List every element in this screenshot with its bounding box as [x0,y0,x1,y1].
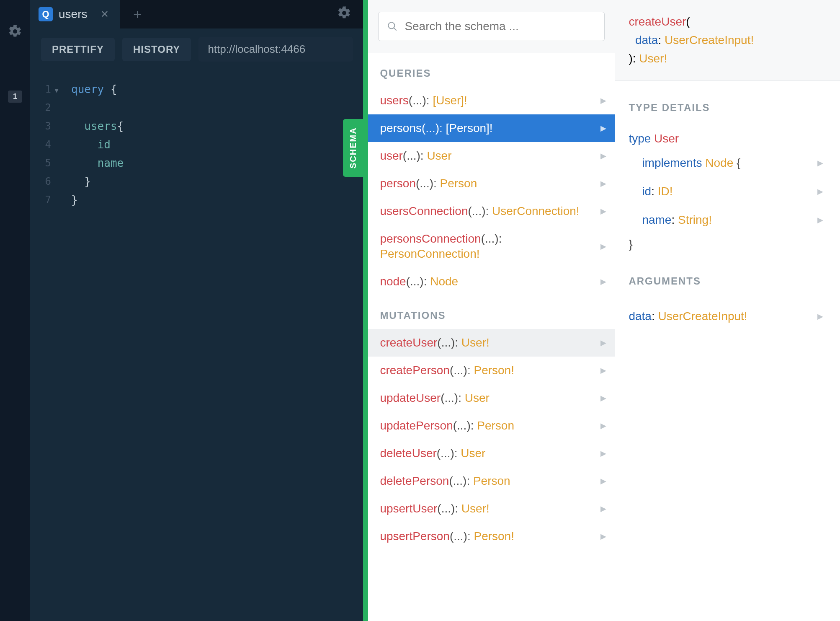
chevron-right-icon: ▶ [600,418,606,433]
query-row-persons[interactable]: persons(...): [Person]!▶ [368,114,615,142]
new-tab-button[interactable]: ＋ [122,0,152,28]
implements-row[interactable]: implements Node { ▶ [629,149,827,177]
mutation-row-updateperson[interactable]: updatePerson(...): Person▶ [368,412,615,440]
mutation-row-deleteuser[interactable]: deleteUser(...): User▶ [368,440,615,467]
tab-title: users [59,8,87,21]
chevron-right-icon: ▶ [817,153,823,173]
schema-toggle-tab[interactable]: SCHEMA [343,119,363,177]
svg-point-0 [389,22,395,28]
mutation-row-upsertuser[interactable]: upsertUser(...): User!▶ [368,495,615,523]
query-badge-icon: Q [39,7,53,21]
schema-divider: SCHEMA [363,0,368,621]
search-icon [387,21,398,32]
svg-line-1 [394,28,397,31]
query-row-person[interactable]: person(...): Person▶ [368,170,615,197]
workspace-badge[interactable]: 1 [8,91,22,103]
chevron-right-icon: ▶ [600,446,606,461]
mutation-row-createuser[interactable]: createUser(...): User!▶ [368,329,615,357]
chevron-right-icon: ▶ [600,363,606,378]
details-body: TYPE DETAILS type User implements Node {… [615,81,840,343]
mutation-row-createperson[interactable]: createPerson(...): Person!▶ [368,357,615,384]
mutation-row-upsertperson[interactable]: upsertPerson(...): Person!▶ [368,523,615,550]
chevron-right-icon: ▶ [600,391,606,406]
toolbar: PRETTIFY HISTORY [30,28,363,66]
chevron-right-icon: ▶ [600,121,606,136]
chevron-right-icon: ▶ [600,148,606,163]
endpoint-input[interactable] [198,37,353,62]
chevron-right-icon: ▶ [600,93,606,108]
chevron-right-icon: ▶ [817,181,823,202]
query-row-node[interactable]: node(...): Node▶ [368,268,615,295]
schema-search-input[interactable] [405,20,596,33]
query-row-user[interactable]: user(...): User▶ [368,142,615,170]
plus-icon: ＋ [131,5,144,23]
close-brace: } [629,234,827,254]
chevron-right-icon: ▶ [600,204,606,219]
fold-arrow-icon[interactable]: ▼ [54,81,59,100]
mutation-row-deleteperson[interactable]: deletePerson(...): Person▶ [368,467,615,495]
mutations-heading: MUTATIONS [368,295,615,329]
chevron-right-icon: ▶ [600,335,606,350]
prettify-button[interactable]: PRETTIFY [41,38,115,61]
history-button[interactable]: HISTORY [122,38,191,61]
chevron-right-icon: ▶ [600,501,606,516]
queries-list: users(...): [User]!▶ persons(...): [Pers… [368,87,615,295]
mutations-list: createUser(...): User!▶ createPerson(...… [368,329,615,550]
type-declaration: type User [629,129,827,149]
chevron-right-icon: ▶ [600,474,606,489]
chevron-right-icon: ▶ [600,274,606,289]
arguments-heading: ARGUMENTS [629,271,827,291]
type-details-panel: createUser( data: UserCreateInput! ): Us… [615,0,840,621]
query-row-usersconnection[interactable]: usersConnection(...): UserConnection!▶ [368,197,615,225]
editor-tab-users[interactable]: Q users ✕ [30,0,120,28]
signature-box: createUser( data: UserCreateInput! ): Us… [615,0,840,81]
field-row-id[interactable]: id: ID! ▶ [629,177,827,206]
query-row-users[interactable]: users(...): [User]!▶ [368,87,615,114]
query-row-personsconnection[interactable]: personsConnection(...): PersonConnection… [368,225,615,268]
app-root: 1 Q users ✕ ＋ PRETTIFY HISTORY 1▼ 2 [0,0,840,621]
schema-explorer: QUERIES users(...): [User]!▶ persons(...… [368,0,615,621]
field-row-name[interactable]: name: String! ▶ [629,206,827,234]
mutation-row-updateuser[interactable]: updateUser(...): User▶ [368,384,615,412]
chevron-right-icon: ▶ [600,176,606,191]
chevron-right-icon: ▶ [817,306,823,326]
tab-settings-gear-icon[interactable] [337,6,351,20]
line-gutter: 1▼ 2 3 4 5 6 7 [30,66,54,621]
left-gutter: 1 [0,0,30,621]
schema-search-wrap [368,0,615,53]
close-icon[interactable]: ✕ [100,8,109,20]
schema-search-box[interactable] [378,12,605,41]
tab-bar: Q users ✕ ＋ [30,0,363,28]
code-area[interactable]: query { users{ id name } } [54,66,363,621]
argument-row-data[interactable]: data: UserCreateInput! ▶ [629,302,827,331]
queries-heading: QUERIES [368,53,615,87]
main-area: Q users ✕ ＋ PRETTIFY HISTORY 1▼ 2 3 4 5 [30,0,363,621]
chevron-right-icon: ▶ [600,529,606,544]
editor[interactable]: 1▼ 2 3 4 5 6 7 query { users{ id name } … [30,66,363,621]
settings-gear-icon[interactable] [8,24,22,39]
type-details-heading: TYPE DETAILS [629,98,827,118]
chevron-right-icon: ▶ [600,239,606,254]
chevron-right-icon: ▶ [817,210,823,230]
